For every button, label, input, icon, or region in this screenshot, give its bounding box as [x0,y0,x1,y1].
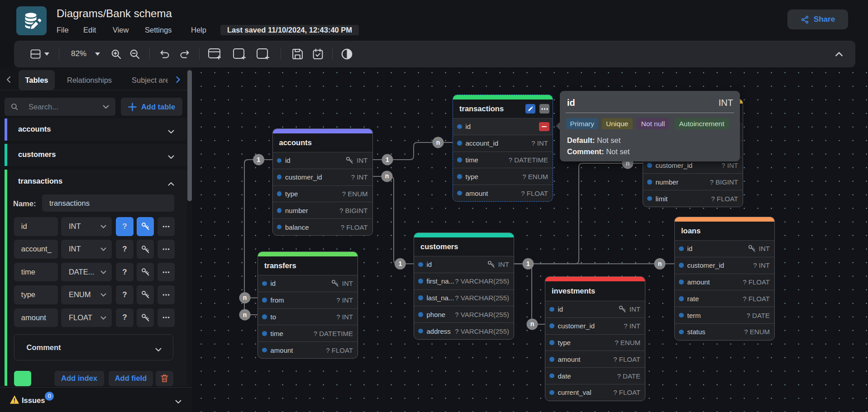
svg-text:1: 1 [526,260,530,267]
svg-text:1: 1 [386,156,389,163]
svg-text:n: n [243,294,247,301]
svg-text:1: 1 [257,156,261,163]
svg-text:n: n [385,172,389,180]
svg-text:1: 1 [398,260,402,267]
svg-text:n: n [658,260,662,267]
svg-text:n: n [243,311,247,318]
svg-text:n: n [436,139,440,146]
svg-text:n: n [530,320,534,327]
